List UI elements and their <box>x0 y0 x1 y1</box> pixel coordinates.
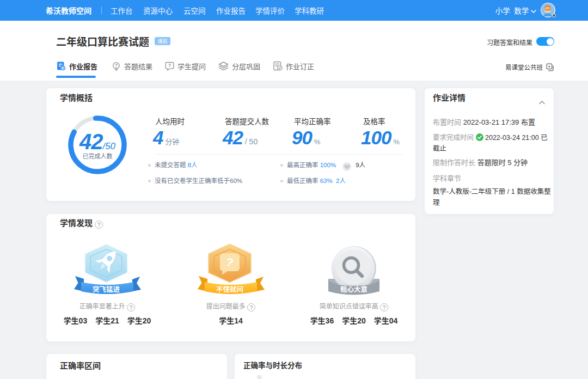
svg-text:突飞猛进: 突飞猛进 <box>93 284 120 294</box>
svg-text:?: ? <box>115 63 118 68</box>
svg-text:不懂就问: 不懂就问 <box>216 284 243 294</box>
svg-text:?: ? <box>168 63 171 68</box>
svg-text:粗心大意: 粗心大意 <box>340 284 367 294</box>
